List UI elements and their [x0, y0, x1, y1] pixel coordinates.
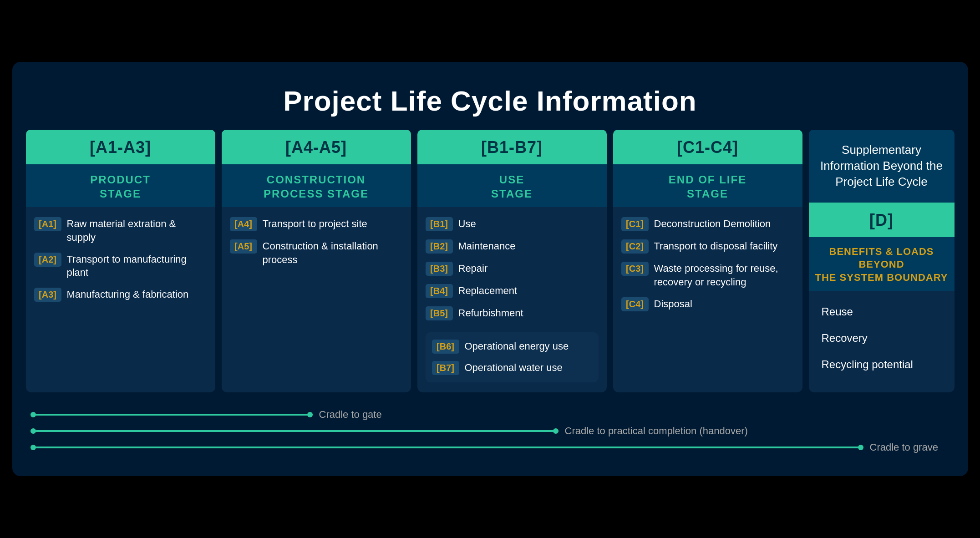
badge-b5: [B5] [426, 306, 453, 320]
badge-b7: [B7] [432, 361, 459, 375]
col-b1b7-body: [B1] Use [B2] Maintenance [B3] Repair [B… [417, 207, 607, 392]
col-b1b7-stage: USESTAGE [417, 164, 607, 207]
badge-b2: [B2] [426, 239, 453, 254]
list-item: [B2] Maintenance [426, 239, 599, 254]
timeline-gate-line [30, 410, 313, 420]
text-b2: Maintenance [458, 239, 516, 253]
timeline-handover-label: Cradle to practical completion (handover… [565, 425, 748, 437]
timeline-grave: Cradle to grave [30, 442, 955, 453]
text-c2: Transport to disposal facility [654, 239, 778, 253]
d-item-recovery: Recovery [817, 331, 946, 345]
col-a4a5-header: [A4-A5] [222, 130, 411, 164]
page-title: Project Life Cycle Information [26, 76, 955, 130]
list-item: [C2] Transport to disposal facility [621, 239, 794, 254]
badge-c3: [C3] [621, 262, 649, 276]
list-item: [B6] Operational energy use [432, 340, 592, 354]
main-container: Project Life Cycle Information [A1-A3] P… [12, 62, 968, 476]
timeline-gate: Cradle to gate [30, 409, 955, 421]
badge-a3: [A3] [34, 288, 61, 302]
list-item: [A2] Transport to manufacturing plant [34, 253, 207, 279]
text-b1: Use [458, 217, 476, 231]
list-item: [B7] Operational water use [432, 361, 592, 375]
col-d: Supplementary Information Beyond the Pro… [809, 130, 955, 392]
timeline-grave-bar [30, 447, 863, 448]
text-b3: Repair [458, 262, 488, 275]
badge-a4: [A4] [230, 217, 257, 231]
timeline-grave-label: Cradle to grave [870, 442, 938, 453]
text-a4: Transport to project site [263, 217, 367, 231]
list-item: [B3] Repair [426, 262, 599, 276]
col-b1b7: [B1-B7] USESTAGE [B1] Use [B2] Maintenan… [417, 130, 607, 392]
col-a4a5: [A4-A5] CONSTRUCTIONPROCESS STAGE [A4] T… [222, 130, 411, 392]
list-item: [A4] Transport to project site [230, 217, 403, 231]
col-b67-section: [B6] Operational energy use [B7] Operati… [426, 332, 599, 382]
badge-a1: [A1] [34, 217, 61, 231]
col-a1a3-header: [A1-A3] [26, 130, 215, 164]
badge-c2: [C2] [621, 239, 649, 254]
timeline-gate-bar [30, 414, 313, 416]
list-item: [A3] Manufacturing & fabrication [34, 288, 207, 302]
col-b1b7-header: [B1-B7] [417, 130, 607, 164]
col-d-body: Reuse Recovery Recycling potential [809, 291, 955, 393]
text-c3: Waste processing for reuse, recovery or … [654, 262, 794, 289]
text-c1: Deconstruction Demolition [654, 217, 771, 231]
col-d-title: Supplementary Information Beyond the Pro… [809, 130, 955, 203]
text-b7: Operational water use [465, 361, 563, 375]
badge-a5: [A5] [230, 239, 257, 254]
badge-c1: [C1] [621, 217, 649, 231]
col-a1a3: [A1-A3] PRODUCTSTAGE [A1] Raw material e… [26, 130, 215, 392]
d-item-recycling: Recycling potential [817, 357, 946, 372]
timeline-handover-bar [30, 430, 559, 432]
list-item: [A1] Raw material extration & supply [34, 217, 207, 244]
list-item: [C1] Deconstruction Demolition [621, 217, 794, 231]
list-item: [B1] Use [426, 217, 599, 231]
timeline-handover: Cradle to practical completion (handover… [30, 425, 955, 437]
text-a2: Transport to manufacturing plant [67, 253, 207, 279]
list-item: [A5] Construction & installation process [230, 239, 403, 266]
text-b4: Replacement [458, 284, 518, 298]
badge-b3: [B3] [426, 262, 453, 276]
list-item: [C4] Disposal [621, 297, 794, 311]
list-item: [B5] Refurbishment [426, 306, 599, 320]
timeline-grave-line [30, 442, 863, 452]
list-item: [B4] Replacement [426, 284, 599, 298]
badge-a2: [A2] [34, 253, 61, 267]
col-a1a3-stage: PRODUCTSTAGE [26, 164, 215, 207]
timeline-handover-line [30, 426, 559, 436]
col-d-stage: BENEFITS & LOADS BEYONDTHE SYSTEM BOUNDA… [809, 237, 955, 291]
col-c1c4-stage: END OF LIFESTAGE [613, 164, 802, 207]
text-a3: Manufacturing & fabrication [67, 288, 189, 301]
badge-b6: [B6] [432, 340, 459, 354]
col-c1c4-header: [C1-C4] [613, 130, 802, 164]
text-b5: Refurbishment [458, 306, 523, 320]
text-c4: Disposal [654, 297, 692, 311]
text-b6: Operational energy use [465, 340, 569, 353]
badge-c4: [C4] [621, 297, 649, 311]
col-c1c4: [C1-C4] END OF LIFESTAGE [C1] Deconstruc… [613, 130, 802, 392]
timeline-gate-label: Cradle to gate [319, 409, 382, 421]
d-item-reuse: Reuse [817, 305, 946, 319]
col-c1c4-body: [C1] Deconstruction Demolition [C2] Tran… [613, 207, 802, 392]
columns-wrapper: [A1-A3] PRODUCTSTAGE [A1] Raw material e… [26, 130, 955, 392]
list-item: [C3] Waste processing for reuse, recover… [621, 262, 794, 289]
col-a4a5-stage: CONSTRUCTIONPROCESS STAGE [222, 164, 411, 207]
text-a5: Construction & installation process [263, 239, 403, 266]
badge-b4: [B4] [426, 284, 453, 298]
badge-b1: [B1] [426, 217, 453, 231]
timeline-area: Cradle to gate Cradle to practical compl… [26, 409, 955, 453]
col-d-header: [D] [809, 203, 955, 237]
col-a1a3-body: [A1] Raw material extration & supply [A2… [26, 207, 215, 392]
col-a4a5-body: [A4] Transport to project site [A5] Cons… [222, 207, 411, 392]
text-a1: Raw material extration & supply [67, 217, 207, 244]
